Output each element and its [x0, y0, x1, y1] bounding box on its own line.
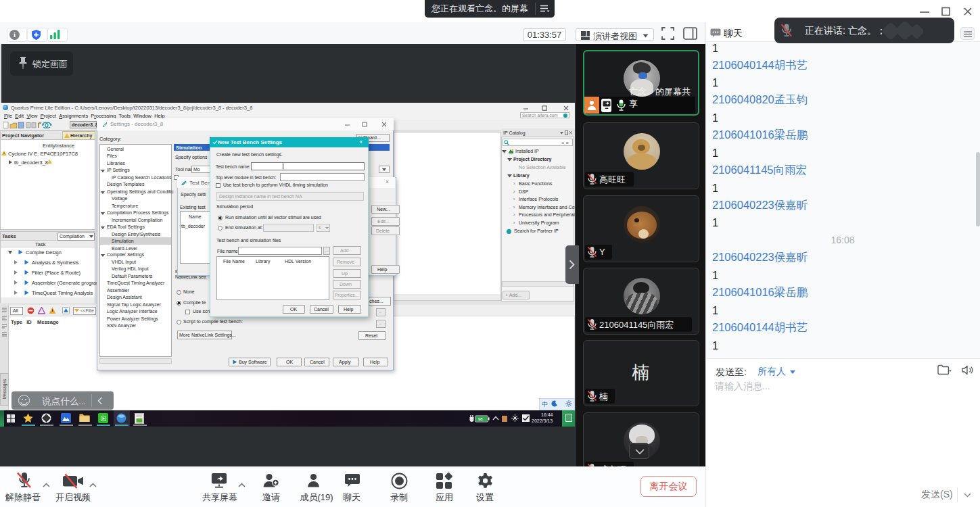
svg-text:98: 98 [478, 417, 483, 421]
